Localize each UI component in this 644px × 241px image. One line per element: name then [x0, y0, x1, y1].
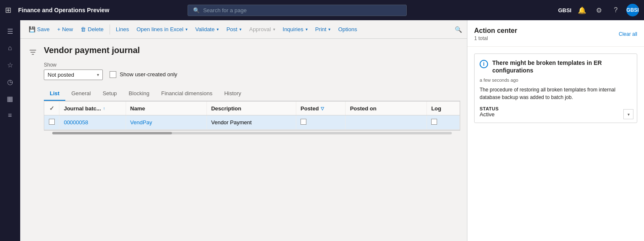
th-posted[interactable]: Posted ▽: [296, 102, 346, 115]
th-log[interactable]: Log: [427, 102, 460, 115]
approval-button[interactable]: Approval ▾: [246, 24, 278, 35]
notification-title: There might be broken templates in ER co…: [492, 59, 632, 74]
help-question-icon[interactable]: ?: [609, 4, 622, 16]
toolbar-search-icon[interactable]: 🔍: [455, 26, 462, 33]
row-check-cell[interactable]: [44, 115, 59, 130]
posted-filter-icon: ▽: [321, 106, 324, 111]
filter-icon-button[interactable]: [27, 46, 39, 58]
org-label: GBSI: [558, 7, 572, 13]
row-posted[interactable]: [296, 115, 346, 130]
row-checkbox[interactable]: [49, 119, 55, 125]
filter-row: Show Not posted ▾ Show user-created only: [44, 62, 460, 80]
global-search[interactable]: 🔍 Search for a page: [188, 5, 407, 16]
show-filter-label: Show: [44, 62, 103, 68]
top-navbar: ⊞ Finance and Operations Preview 🔍 Searc…: [0, 0, 644, 20]
th-description[interactable]: Description: [207, 102, 296, 115]
lines-label: Lines: [116, 26, 129, 32]
inquiries-button[interactable]: Inquiries ▾: [279, 24, 311, 35]
row-log[interactable]: [427, 115, 460, 130]
toolbar-right: 🔍: [455, 26, 462, 33]
tab-history[interactable]: History: [218, 87, 247, 101]
open-lines-excel-chevron-icon: ▾: [185, 27, 188, 32]
sidebar-item-home[interactable]: ⌂: [3, 40, 18, 56]
lines-button[interactable]: Lines: [113, 24, 132, 35]
show-user-created-checkbox[interactable]: [110, 71, 116, 78]
th-posted-on[interactable]: Posted on: [346, 102, 427, 115]
action-center-notification: i There might be broken templates in ER …: [474, 54, 637, 123]
journal-batch-link[interactable]: 00000058: [64, 119, 88, 126]
th-check: ✓: [44, 102, 59, 115]
settings-gear-icon[interactable]: ⚙: [593, 4, 605, 16]
main-area: 💾 Save + New 🗑 Delete Lines Open lines i…: [20, 20, 467, 241]
sidebar-item-list[interactable]: ≡: [3, 108, 18, 123]
notification-bell-icon[interactable]: 🔔: [576, 4, 588, 16]
nav-right-area: GBSI 🔔 ⚙ ? GBSI: [558, 4, 639, 16]
name-link[interactable]: VendPay: [130, 119, 152, 126]
user-avatar[interactable]: GBSI: [626, 4, 639, 16]
approval-label: Approval: [249, 26, 271, 32]
table-row[interactable]: 00000058 VendPay Vendor Payment: [44, 115, 460, 130]
page-content: Vendor payment journal Show Not posted ▾…: [20, 39, 467, 241]
post-label: Post: [226, 26, 237, 32]
open-lines-excel-button[interactable]: Open lines in Excel ▾: [133, 24, 191, 35]
search-icon: 🔍: [193, 7, 200, 13]
sidebar-item-favorites[interactable]: ☆: [3, 57, 18, 72]
open-lines-excel-label: Open lines in Excel: [137, 26, 183, 32]
options-button[interactable]: Options: [335, 24, 360, 35]
sidebar-item-menu[interactable]: ☰: [3, 24, 18, 39]
notification-timestamp: a few seconds ago: [480, 78, 632, 83]
delete-label: Delete: [88, 26, 104, 32]
new-button[interactable]: + New: [54, 24, 77, 35]
search-placeholder: Search for a page: [203, 7, 247, 13]
sidebar-item-recent[interactable]: ◷: [3, 74, 18, 89]
posted-checkbox[interactable]: [301, 119, 306, 125]
show-user-created-checkbox-label[interactable]: Show user-created only: [110, 71, 177, 78]
page-main: Vendor payment journal Show Not posted ▾…: [44, 46, 460, 135]
left-sidebar: ☰ ⌂ ☆ ◷ ▦ ≡: [0, 20, 20, 241]
th-name[interactable]: Name: [126, 102, 207, 115]
show-user-created-label-text: Show user-created only: [120, 71, 177, 78]
inquiries-label: Inquiries: [283, 26, 303, 32]
inquiries-chevron-icon: ▾: [306, 27, 308, 32]
notification-header: i There might be broken templates in ER …: [480, 59, 632, 74]
print-label: Print: [315, 26, 327, 32]
row-posted-on: [346, 115, 427, 130]
app-layout: ☰ ⌂ ☆ ◷ ▦ ≡ 💾 Save + New 🗑 Delete Lines: [0, 20, 644, 241]
th-journal-batch[interactable]: Journal batc... ↑: [59, 102, 126, 115]
horizontal-scrollbar[interactable]: [44, 130, 460, 135]
validate-label: Validate: [195, 26, 215, 32]
post-button[interactable]: Post ▾: [223, 24, 245, 35]
action-center-body: i There might be broken templates in ER …: [467, 47, 644, 241]
notification-body-text: The procedure of restoring all broken te…: [480, 86, 632, 101]
tab-blocking[interactable]: Blocking: [123, 87, 155, 101]
show-filter-select[interactable]: Not posted ▾: [44, 70, 103, 80]
print-button[interactable]: Print ▾: [312, 24, 334, 35]
tab-list[interactable]: List: [44, 87, 65, 101]
grid-icon[interactable]: ⊞: [5, 5, 11, 15]
scrollbar-thumb[interactable]: [52, 132, 172, 134]
delete-button[interactable]: 🗑 Delete: [77, 24, 107, 35]
journal-batch-sort-icon: ↑: [103, 106, 105, 111]
notification-collapse-button[interactable]: ▾: [623, 109, 633, 119]
save-label: Save: [37, 26, 50, 32]
info-icon: i: [480, 60, 488, 68]
toolbar-separator-1: [110, 24, 110, 35]
action-center-header: Action center 1 total Clear all: [467, 20, 644, 47]
sidebar-item-workspaces[interactable]: ▦: [3, 91, 18, 106]
page-title: Vendor payment journal: [44, 46, 460, 55]
delete-trash-icon: 🗑: [80, 26, 86, 32]
save-button[interactable]: 💾 Save: [25, 24, 53, 35]
notification-status-value: Active: [480, 111, 632, 118]
row-journal-batch[interactable]: 00000058: [59, 115, 126, 130]
tab-financial-dimensions[interactable]: Financial dimensions: [156, 87, 218, 101]
validate-button[interactable]: Validate ▾: [192, 24, 222, 35]
new-plus-icon: +: [57, 26, 61, 32]
tab-setup[interactable]: Setup: [97, 87, 123, 101]
clear-all-button[interactable]: Clear all: [619, 31, 637, 37]
journal-table: ✓ Journal batc... ↑ Name: [44, 102, 460, 130]
row-description: Vendor Payment: [207, 115, 296, 130]
log-checkbox[interactable]: [431, 119, 437, 125]
show-filter-value: Not posted: [48, 72, 74, 78]
tab-general[interactable]: General: [65, 87, 97, 101]
row-name[interactable]: VendPay: [126, 115, 207, 130]
